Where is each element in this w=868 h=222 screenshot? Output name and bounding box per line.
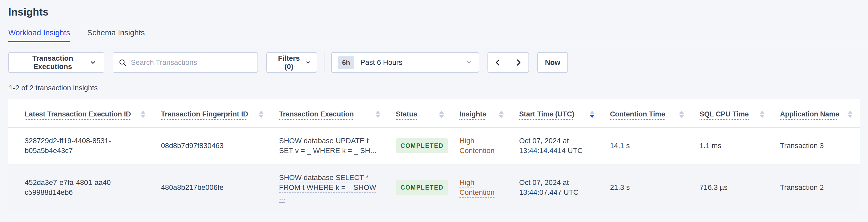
transaction-type-dropdown[interactable]: Transaction Executions bbox=[8, 52, 104, 73]
sort-arrows-icon[interactable] bbox=[372, 111, 380, 118]
insight-link[interactable]: High Contention bbox=[459, 179, 494, 196]
transaction-insights-table: Latest Transaction Execution ID Transact… bbox=[8, 99, 860, 211]
toolbar: Transaction Executions Filters (0) 6h Pa… bbox=[0, 52, 868, 73]
status-badge: COMPLETED bbox=[396, 138, 448, 153]
chevron-down-icon bbox=[466, 59, 472, 66]
sql-cpu-time-cell: 1.1 ms bbox=[700, 141, 721, 150]
tab-workload-insights[interactable]: Workload Insights bbox=[8, 28, 70, 42]
now-button[interactable]: Now bbox=[537, 52, 568, 73]
page-title: Insights bbox=[0, 0, 868, 18]
start-time-cell: Oct 07, 2024 at 13:44:14.4414 UTC bbox=[519, 137, 583, 155]
toolbar-divider bbox=[324, 52, 324, 73]
application-name-cell: Transaction 2 bbox=[780, 183, 824, 191]
insight-link[interactable]: High Contention bbox=[459, 137, 494, 155]
time-range-chip: 6h bbox=[338, 56, 354, 69]
sort-arrows-icon[interactable] bbox=[436, 111, 444, 118]
column-header-insights[interactable]: Insights bbox=[452, 99, 512, 127]
sort-arrows-icon[interactable] bbox=[495, 111, 503, 118]
column-header-contention-time[interactable]: Contention Time bbox=[602, 99, 692, 127]
insights-page: Insights Workload Insights Schema Insigh… bbox=[0, 0, 868, 222]
transaction-type-label: Transaction Executions bbox=[16, 54, 89, 71]
status-badge: COMPLETED bbox=[396, 180, 448, 195]
prev-time-button[interactable] bbox=[488, 53, 508, 72]
sort-arrows-icon[interactable] bbox=[756, 111, 765, 118]
search-input[interactable] bbox=[131, 54, 252, 71]
table-row: 328729d2-ff19-4408-8531-b05a5b4e43c7 08d… bbox=[8, 127, 860, 164]
start-time-cell: Oct 07, 2024 at 13:44:07.447 UTC bbox=[519, 179, 579, 196]
transaction-execution-link[interactable]: SHOW database SELECT * FROM t WHERE k = … bbox=[279, 173, 376, 201]
sort-arrows-icon[interactable] bbox=[676, 111, 684, 118]
time-range-picker[interactable]: 6h Past 6 Hours bbox=[331, 52, 479, 73]
fingerprint-id-cell: 08d8b7d97f830463 bbox=[161, 141, 223, 150]
chevron-left-icon bbox=[494, 58, 502, 67]
column-header-latest-transaction-execution-id[interactable]: Latest Transaction Execution ID bbox=[8, 99, 153, 127]
contention-time-cell: 14.1 s bbox=[610, 141, 630, 150]
table-header-row: Latest Transaction Execution ID Transact… bbox=[8, 99, 860, 127]
column-header-transaction-execution[interactable]: Transaction Execution bbox=[271, 99, 388, 127]
column-header-transaction-fingerprint-id[interactable]: Transaction Fingerprint ID bbox=[153, 99, 271, 127]
results-summary: 1-2 of 2 transaction insights bbox=[9, 84, 868, 92]
next-time-button[interactable] bbox=[508, 53, 528, 72]
chevron-down-icon bbox=[305, 60, 311, 65]
transaction-execution-link[interactable]: SHOW database UPDATE t SET v = _ WHERE k… bbox=[279, 137, 376, 155]
chevron-right-icon bbox=[515, 58, 522, 67]
filters-label: Filters (0) bbox=[273, 54, 305, 71]
search-box bbox=[113, 52, 258, 73]
column-header-status[interactable]: Status bbox=[388, 99, 452, 127]
execution-id-cell: 328729d2-ff19-4408-8531-b05a5b4e43c7 bbox=[25, 137, 111, 155]
execution-id-cell: 452da3e7-e7fa-4801-aa40-c59988d14eb6 bbox=[25, 179, 113, 196]
column-header-start-time[interactable]: Start Time (UTC) bbox=[512, 99, 602, 127]
contention-time-cell: 21.3 s bbox=[610, 183, 630, 191]
tab-bar: Workload Insights Schema Insights bbox=[0, 28, 868, 42]
sort-arrows-icon[interactable] bbox=[586, 111, 594, 118]
chevron-down-icon bbox=[89, 59, 97, 66]
table-row: 452da3e7-e7fa-4801-aa40-c59988d14eb6 480… bbox=[8, 164, 860, 211]
sort-arrows-icon[interactable] bbox=[137, 111, 145, 118]
time-range-label: Past 6 Hours bbox=[360, 58, 402, 67]
insights-table-card: Latest Transaction Execution ID Transact… bbox=[8, 99, 860, 211]
column-header-sql-cpu-time[interactable]: SQL CPU Time bbox=[692, 99, 772, 127]
time-nav-group bbox=[488, 52, 529, 73]
sort-arrows-icon[interactable] bbox=[255, 111, 264, 118]
sort-arrows-icon[interactable] bbox=[844, 111, 852, 118]
sql-cpu-time-cell: 716.3 µs bbox=[700, 183, 727, 191]
filters-button[interactable]: Filters (0) bbox=[266, 52, 317, 73]
fingerprint-id-cell: 480a8b217be006fe bbox=[161, 183, 223, 191]
application-name-cell: Transaction 3 bbox=[780, 141, 824, 150]
search-icon bbox=[118, 58, 127, 67]
tab-schema-insights[interactable]: Schema Insights bbox=[87, 28, 145, 42]
column-header-application-name[interactable]: Application Name bbox=[772, 99, 860, 127]
